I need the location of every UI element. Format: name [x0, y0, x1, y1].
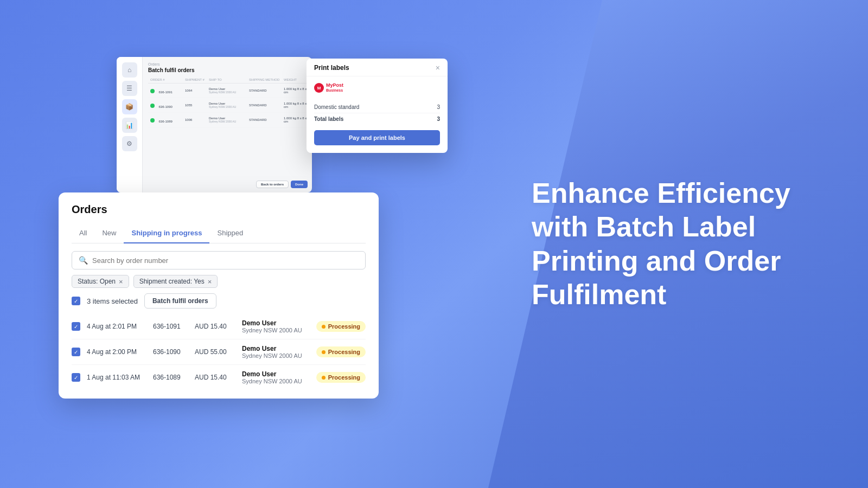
bg-table-row: 636-1091 1064 Demo User Sydney NSW 2000 … — [148, 84, 307, 98]
order-status-badge-1091: Processing — [316, 321, 366, 332]
bg-row1-ship-to: Demo User Sydney NSW 2000 AU — [209, 87, 247, 94]
bg-app-window: ⌂ ☰ 📦 📊 ⚙ Orders Batch fulfil orders ORD… — [117, 57, 312, 192]
order-status-dot-1089 — [322, 376, 326, 380]
order-row-1089: ✓ 1 Aug at 11:03 AM 636-1089 AUD 15.40 D… — [72, 365, 366, 390]
order-status-label-1091: Processing — [328, 323, 360, 330]
order-amount-1091: AUD 15.40 — [195, 323, 235, 330]
order-id-1091: 636-1091 — [153, 323, 188, 330]
mypost-logo-circle: M — [314, 83, 324, 93]
bg-sidebar-icon-orders: ☰ — [122, 81, 137, 96]
print-modal-row-domestic: Domestic standard 3 — [314, 101, 440, 113]
order-checkbox-1090[interactable]: ✓ — [72, 348, 80, 356]
orders-search-bar[interactable]: 🔍 — [72, 251, 366, 269]
tab-shipped[interactable]: Shipped — [209, 223, 251, 243]
filter-status-label: Status: Open — [78, 278, 116, 285]
hero-text: Enhance Efficiency with Batch Label Prin… — [532, 176, 814, 312]
filter-shipment-label: Shipment created: Yes — [139, 278, 205, 285]
bg-row2-id: 636-1090 — [150, 100, 183, 110]
back-to-orders-button[interactable]: Back to orders — [256, 181, 289, 188]
content-area: Enhance Efficiency with Batch Label Prin… — [0, 0, 868, 488]
total-labels-value: 3 — [437, 116, 440, 122]
batch-select-all-checkbox[interactable]: ✓ — [72, 297, 80, 305]
bg-col-ship-to: SHIP TO — [209, 78, 247, 81]
bg-row2-shipment: 1055 — [185, 104, 207, 107]
order-amount-1089: AUD 15.40 — [195, 374, 235, 381]
order-amount-1090: AUD 55.00 — [195, 348, 235, 356]
order-customer-1089: Demo User Sydney NSW 2000 AU — [242, 370, 310, 384]
order-date-1091: 4 Aug at 2:01 PM — [87, 323, 146, 330]
total-labels-label: Total labels — [314, 116, 343, 122]
order-customer-1091: Demo User Sydney NSW 2000 AU — [242, 319, 310, 333]
print-modal-header: Print labels × — [307, 59, 448, 76]
bg-row3-check — [150, 118, 155, 123]
mypost-logo-text: MyPost Business — [326, 83, 343, 93]
bg-row2-check — [150, 104, 155, 108]
search-input[interactable] — [92, 256, 359, 265]
order-customer-name-1091: Demo User — [242, 319, 310, 327]
bg-row2-method: STANDARD — [249, 104, 282, 107]
mypost-my-text: MyPost — [326, 83, 343, 88]
bg-row1-shipment: 1064 — [185, 89, 207, 92]
order-status-dot-1090 — [322, 350, 326, 354]
order-status-label-1089: Processing — [328, 374, 360, 381]
bg-row1-method: STANDARD — [249, 89, 282, 92]
mypost-logo-letter: M — [317, 86, 321, 91]
search-icon: 🔍 — [79, 256, 88, 265]
order-row-1091: ✓ 4 Aug at 2:01 PM 636-1091 AUD 15.40 De… — [72, 314, 366, 339]
batch-fulfil-button[interactable]: Batch fulfil orders — [144, 293, 216, 309]
domestic-standard-label: Domestic standard — [314, 104, 359, 110]
bg-sidebar-icon-home: ⌂ — [122, 62, 137, 78]
tab-shipping-in-progress[interactable]: Shipping in progress — [124, 223, 209, 243]
filter-shipment-created[interactable]: Shipment created: Yes × — [133, 275, 218, 288]
bg-table-row: 636-1090 1055 Demo User Sydney NSW 2000 … — [148, 98, 307, 113]
filter-shipment-remove[interactable]: × — [208, 278, 212, 285]
filter-status-open[interactable]: Status: Open × — [72, 275, 129, 288]
bg-table-header: ORDER # SHIPMENT # SHIP TO SHIPPING METH… — [148, 76, 307, 84]
orders-batch-bar: ✓ 3 items selected Batch fulfil orders — [59, 293, 379, 314]
bg-app-sidebar: ⌂ ☰ 📦 📊 ⚙ — [117, 57, 143, 192]
bg-row1-id: 636-1091 — [150, 86, 183, 95]
bg-row3-shipment: 1006 — [185, 118, 207, 121]
bg-app-main: Orders Batch fulfil orders ORDER # SHIPM… — [143, 57, 312, 192]
order-customer-name-1090: Demo User — [242, 345, 310, 352]
orders-list: ✓ 4 Aug at 2:01 PM 636-1091 AUD 15.40 De… — [59, 314, 379, 390]
order-checkbox-1091[interactable]: ✓ — [72, 322, 80, 331]
order-date-1089: 1 Aug at 11:03 AM — [87, 374, 146, 381]
order-status-label-1090: Processing — [328, 349, 360, 355]
order-checkbox-1089[interactable]: ✓ — [72, 373, 80, 382]
orders-header: Orders All New Shipping in progress Ship… — [59, 192, 379, 243]
orders-panel-title: Orders — [72, 203, 366, 216]
order-customer-1090: Demo User Sydney NSW 2000 AU — [242, 345, 310, 359]
order-customer-addr-1089: Sydney NSW 2000 AU — [242, 378, 310, 384]
filter-status-remove[interactable]: × — [119, 278, 123, 285]
orders-panel: Orders All New Shipping in progress Ship… — [59, 192, 379, 399]
domestic-standard-value: 3 — [437, 104, 440, 110]
bg-row3-ship-to: Demo User Sydney NSW 2000 AU — [209, 117, 247, 123]
print-labels-modal: Print labels × M MyPost Business Domesti… — [307, 59, 448, 153]
order-row-1090: ✓ 4 Aug at 2:00 PM 636-1090 AUD 55.00 De… — [72, 339, 366, 365]
print-modal-row-total: Total labels 3 — [314, 113, 440, 125]
order-status-badge-1089: Processing — [316, 372, 366, 383]
orders-filters: Status: Open × Shipment created: Yes × — [59, 275, 379, 293]
orders-tabs: All New Shipping in progress Shipped — [72, 223, 366, 243]
order-status-badge-1090: Processing — [316, 346, 366, 357]
print-modal-body: Domestic standard 3 Total labels 3 Pay a… — [307, 97, 448, 153]
order-status-dot-1091 — [322, 325, 326, 329]
print-modal-logo-area: M MyPost Business — [307, 76, 448, 97]
order-customer-addr-1091: Sydney NSW 2000 AU — [242, 327, 310, 333]
print-modal-title: Print labels — [314, 64, 349, 72]
print-modal-close-button[interactable]: × — [436, 64, 440, 72]
mypost-business-text: Business — [326, 88, 343, 93]
pay-and-print-button[interactable]: Pay and print labels — [314, 130, 440, 145]
order-customer-addr-1090: Sydney NSW 2000 AU — [242, 352, 310, 359]
done-button[interactable]: Done — [291, 181, 308, 188]
bg-sidebar-icon-analytics: 📊 — [122, 118, 137, 133]
bg-sidebar-icon-settings: ⚙ — [122, 136, 137, 151]
bg-sidebar-icon-fulfil: 📦 — [122, 99, 137, 114]
tab-new[interactable]: New — [94, 223, 124, 243]
bg-row1-check — [150, 89, 155, 93]
mypost-logo: M MyPost Business — [314, 83, 343, 93]
tab-all[interactable]: All — [72, 223, 94, 243]
bg-app-actions: Back to orders Done — [256, 181, 308, 188]
order-id-1089: 636-1089 — [153, 374, 188, 381]
